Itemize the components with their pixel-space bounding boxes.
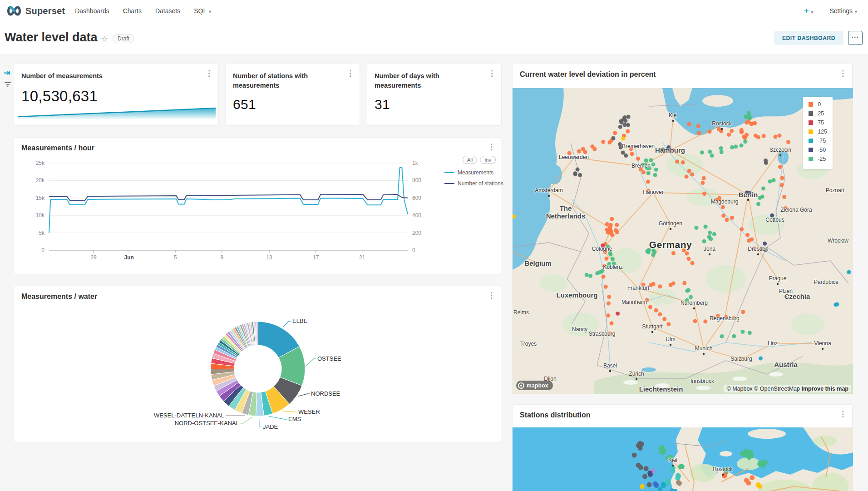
svg-text:21: 21 [359, 254, 365, 261]
svg-text:WESER: WESER [298, 408, 320, 415]
svg-text:600: 600 [412, 195, 421, 201]
page-title: Water level data [5, 30, 98, 45]
svg-text:0: 0 [41, 247, 44, 253]
deviation-map-card: Current water level deviation in percent… [512, 64, 853, 393]
svg-text:OSTSEE: OSTSEE [317, 355, 341, 362]
kebab-menu-icon[interactable]: ⋮ [488, 69, 496, 77]
mapbox-logo[interactable]: mapbox [516, 381, 553, 390]
nav-item-datasets[interactable]: Datasets [155, 7, 180, 15]
svg-text:Jun: Jun [124, 254, 133, 261]
legend-value: 75 [818, 119, 824, 126]
map-legend-item: -50 [809, 147, 827, 153]
legend-swatch [809, 102, 813, 107]
svg-text:15k: 15k [36, 195, 45, 201]
more-options-button[interactable]: ··· [848, 31, 863, 45]
svg-text:WESEL-DATTELN-KANAL: WESEL-DATTELN-KANAL [154, 412, 224, 419]
legend-swatch [809, 139, 813, 143]
svg-text:1k: 1k [412, 160, 419, 166]
kebab-menu-icon[interactable]: ⋮ [205, 69, 213, 77]
settings-menu[interactable]: Settings▼ [829, 7, 858, 15]
legend-value: -50 [818, 147, 826, 153]
svg-text:200: 200 [412, 230, 421, 236]
kpi-value: 10,530,631 [21, 88, 98, 105]
chart-title: Current water level deviation in percent [520, 70, 656, 79]
favorite-star-icon[interactable]: ☆ [101, 34, 108, 44]
map-attribution: © Mapbox © OpenStreetMap Improve this ma… [724, 385, 851, 392]
chart-title: Stations distribution [520, 411, 591, 419]
kpi-card-stations: Number of stations with measurements ⋮ 6… [225, 64, 360, 126]
dashboard-header: Water level data ☆ Draft EDIT DASHBOARD … [0, 22, 868, 54]
infinity-logo-icon [6, 6, 22, 16]
svg-text:9: 9 [220, 254, 223, 261]
map-canvas [513, 427, 853, 491]
kpi-value: 31 [375, 97, 390, 112]
kebab-menu-icon[interactable]: ⋮ [839, 410, 847, 418]
kpi-title: Number of stations with measurements [233, 71, 337, 90]
svg-text:5: 5 [174, 254, 177, 261]
svg-text:JADE: JADE [263, 423, 278, 430]
stations-map-card: Stations distribution ⋮ KielRostock [512, 404, 853, 491]
deviation-map[interactable]: LeeuwardenAmsterdamThe NetherlandsBremer… [513, 88, 853, 394]
filter-icon[interactable] [4, 82, 11, 90]
svg-text:NORDSEE: NORDSEE [311, 390, 340, 397]
map-legend-item: 25 [809, 110, 827, 117]
svg-text:0: 0 [412, 247, 415, 253]
brand-name: Superset [25, 6, 65, 16]
chevron-down-icon: ▼ [208, 10, 212, 14]
svg-text:ELBE: ELBE [292, 317, 308, 324]
legend-swatch [809, 120, 813, 125]
map-canvas [513, 88, 853, 394]
kebab-menu-icon[interactable]: ⋮ [346, 69, 354, 77]
map-legend-item: 75 [809, 119, 827, 126]
map-legend-item: 0 [809, 101, 827, 108]
donut-chart-card: Measurements / water ⋮ ELBEOSTSEENORDSEE… [14, 286, 501, 442]
svg-text:13: 13 [266, 254, 272, 261]
main-nav: DashboardsChartsDatasetsSQL▼ [75, 7, 212, 15]
chevron-down-icon: ▼ [854, 10, 858, 14]
svg-text:29: 29 [90, 254, 97, 261]
superset-logo[interactable]: Superset [6, 6, 65, 16]
line-chart-card: Measurements / hour ⋮ All Inv Measuremen… [14, 137, 501, 274]
map-legend: 02575125-75-50-25 [803, 97, 833, 169]
svg-text:800: 800 [412, 177, 421, 184]
svg-text:10k: 10k [36, 212, 45, 218]
legend-value: 0 [818, 101, 821, 108]
svg-text:20k: 20k [36, 177, 45, 184]
new-item-button[interactable]: +▼ [804, 6, 814, 16]
legend-value: -75 [818, 138, 826, 144]
svg-text:NORD-OSTSEE-KANAL: NORD-OSTSEE-KANAL [175, 420, 239, 427]
nav-item-dashboards[interactable]: Dashboards [75, 7, 109, 15]
map-legend-item: 125 [809, 129, 827, 135]
nav-item-sql[interactable]: SQL▼ [194, 7, 212, 15]
edit-dashboard-button[interactable]: EDIT DASHBOARD [774, 31, 843, 45]
legend-value: 125 [818, 129, 827, 135]
nav-item-charts[interactable]: Charts [123, 7, 142, 15]
legend-value: -25 [818, 156, 826, 162]
legend-swatch [809, 157, 813, 161]
svg-text:17: 17 [313, 254, 319, 261]
top-navbar: Superset DashboardsChartsDatasetsSQL▼ +▼… [0, 0, 868, 22]
mapbox-icon [518, 382, 524, 389]
kebab-menu-icon[interactable]: ⋮ [839, 69, 847, 77]
line-chart: 25k1k20k80015k60010k4005k2000029Jun59131… [14, 138, 502, 275]
donut-chart: ELBEOSTSEENORDSEEWESEREMSJADENORD-OSTSEE… [14, 286, 502, 443]
map-legend-item: -75 [809, 138, 827, 144]
improve-map-link[interactable]: Improve this map [802, 386, 849, 392]
kpi-value: 651 [233, 97, 256, 112]
stations-map[interactable]: KielRostock [513, 427, 853, 491]
kpi-title: Number of days with measurements [375, 71, 479, 90]
chevron-down-icon: ▼ [810, 10, 814, 15]
kpi-card-measurements: Number of measurements ⋮ 10,530,631 [14, 64, 219, 126]
expand-filters-icon[interactable]: ⇥ [4, 68, 10, 78]
kpi-title: Number of measurements [21, 71, 158, 81]
svg-text:400: 400 [412, 212, 421, 218]
legend-swatch [809, 111, 813, 116]
svg-text:5k: 5k [39, 230, 45, 236]
kpi-card-days: Number of days with measurements ⋮ 31 [367, 64, 502, 126]
map-legend-item: -25 [809, 156, 827, 162]
svg-text:EMS: EMS [288, 416, 301, 422]
legend-value: 25 [818, 110, 824, 117]
svg-text:25k: 25k [36, 160, 45, 166]
legend-swatch [809, 129, 813, 134]
status-badge: Draft [113, 34, 134, 43]
